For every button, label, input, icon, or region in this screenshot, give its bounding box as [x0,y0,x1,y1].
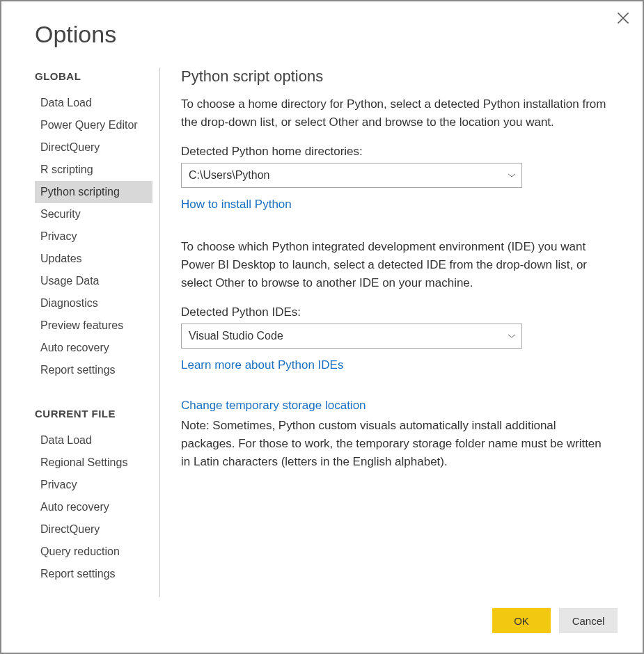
chevron-down-icon [508,332,516,340]
section-title: Python script options [181,67,611,86]
sidebar-item-preview-features[interactable]: Preview features [35,314,152,337]
sidebar-item-data-load[interactable]: Data Load [35,92,152,114]
ide-intro-text: To choose which Python integrated develo… [181,238,611,293]
sidebar-item-auto-recovery[interactable]: Auto recovery [35,496,152,518]
sidebar-item-diagnostics[interactable]: Diagnostics [35,292,152,314]
install-python-link[interactable]: How to install Python [181,198,292,211]
sidebar: GLOBAL Data LoadPower Query EditorDirect… [35,67,160,597]
sidebar-item-updates[interactable]: Updates [35,248,152,270]
close-icon[interactable] [616,11,630,25]
sidebar-item-directquery[interactable]: DirectQuery [35,136,152,159]
learn-ides-link[interactable]: Learn more about Python IDEs [181,358,343,372]
sidebar-item-security[interactable]: Security [35,203,152,225]
dialog-body: GLOBAL Data LoadPower Query EditorDirect… [35,67,618,597]
storage-note-text: Note: Sometimes, Python custom visuals a… [181,417,611,472]
home-dir-select[interactable]: C:\Users\Python [181,163,522,188]
ide-value: Visual Studio Code [189,330,283,342]
sidebar-item-usage-data[interactable]: Usage Data [35,270,152,292]
sidebar-item-data-load[interactable]: Data Load [35,429,152,452]
ide-select[interactable]: Visual Studio Code [181,324,522,349]
content-panel: Python script options To choose a home d… [160,67,618,597]
sidebar-item-report-settings[interactable]: Report settings [35,359,152,381]
ok-button[interactable]: OK [492,608,551,633]
chevron-down-icon [508,171,516,180]
sidebar-item-regional-settings[interactable]: Regional Settings [35,452,152,474]
dialog-title: Options [35,21,618,48]
sidebar-item-power-query-editor[interactable]: Power Query Editor [35,114,152,136]
sidebar-item-query-reduction[interactable]: Query reduction [35,541,152,563]
sidebar-item-python-scripting[interactable]: Python scripting [35,181,152,203]
ide-label: Detected Python IDEs: [181,305,611,319]
sidebar-item-privacy[interactable]: Privacy [35,474,152,496]
sidebar-item-r-scripting[interactable]: R scripting [35,159,152,181]
sidebar-item-auto-recovery[interactable]: Auto recovery [35,337,152,359]
sidebar-item-report-settings[interactable]: Report settings [35,563,152,585]
sidebar-heading-global: GLOBAL [35,70,152,82]
home-dir-value: C:\Users\Python [189,169,269,182]
sidebar-heading-current-file: CURRENT FILE [35,408,152,420]
dialog-buttons: OK Cancel [35,608,618,633]
home-dir-label: Detected Python home directories: [181,145,611,159]
cancel-button[interactable]: Cancel [559,608,618,633]
options-dialog: Options GLOBAL Data LoadPower Query Edit… [0,0,644,654]
change-storage-link[interactable]: Change temporary storage location [181,399,366,412]
sidebar-item-directquery[interactable]: DirectQuery [35,518,152,541]
home-intro-text: To choose a home directory for Python, s… [181,95,611,132]
sidebar-item-privacy[interactable]: Privacy [35,225,152,248]
